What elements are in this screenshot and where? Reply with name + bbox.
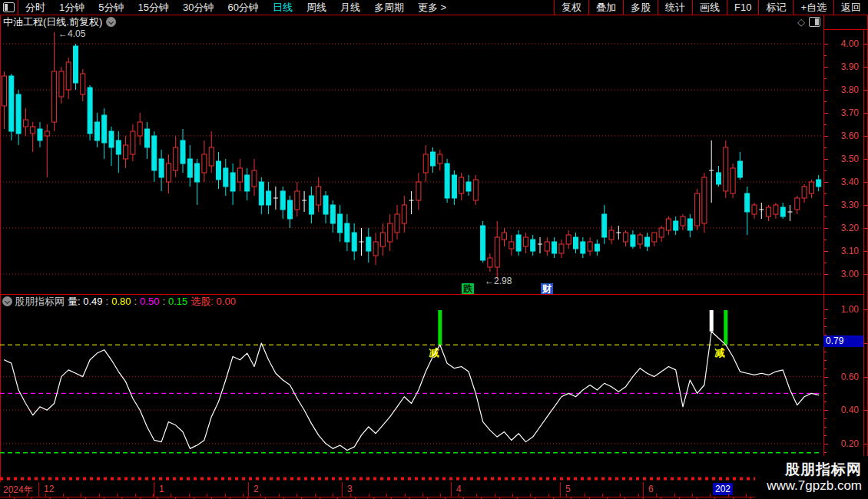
- chevron-down-circle-icon[interactable]: [106, 17, 116, 27]
- indicator-header-segment-6: :: [162, 296, 165, 307]
- axis-tick: [824, 326, 827, 327]
- panel-divider-line: [0, 294, 863, 295]
- axis-tick: [824, 318, 827, 319]
- minor-tick: [638, 494, 639, 497]
- menu-item-7[interactable]: 周线: [300, 0, 333, 15]
- axis-tick: [824, 67, 828, 68]
- month-tick: [154, 482, 154, 497]
- candle-chart-canvas[interactable]: [0, 29, 822, 294]
- axis-tick: [824, 385, 827, 386]
- indicator-chart-canvas[interactable]: 减减: [0, 308, 822, 481]
- axis-tick: [824, 216, 827, 217]
- minor-tick: [692, 494, 693, 497]
- year-label: 2024年: [3, 484, 33, 497]
- axis-tick: [864, 343, 867, 344]
- period-menu: 分时1分钟5分钟15分钟30分钟60分钟日线周线月线多周期更多 >: [18, 0, 453, 15]
- axis-tick: [824, 251, 828, 252]
- toolbar-item-6[interactable]: 标记: [758, 0, 793, 15]
- minor-tick: [585, 494, 585, 497]
- menu-item-1[interactable]: 1分钟: [52, 0, 91, 15]
- month-label: 4: [456, 484, 462, 494]
- minor-tick: [153, 494, 154, 497]
- axis-tick: [864, 113, 867, 114]
- menu-item-8[interactable]: 月线: [333, 0, 367, 15]
- minor-tick: [422, 494, 423, 497]
- menu-item-0[interactable]: 分时: [18, 0, 52, 15]
- indicator-header-segment-2: :: [106, 296, 109, 307]
- axis-tick: [864, 159, 867, 160]
- menu-item-4[interactable]: 30分钟: [176, 0, 220, 15]
- month-tick: [342, 482, 343, 497]
- axis-tick: [864, 90, 867, 91]
- toolbar-item-3[interactable]: 统计: [658, 0, 692, 15]
- layout-toggle-button[interactable]: [0, 0, 18, 15]
- indicator-axis-label: 0.40: [825, 405, 859, 415]
- axis-tick: [824, 182, 828, 183]
- axis-tick: [824, 274, 828, 275]
- price-axis-label: 4.00: [825, 38, 859, 49]
- axis-tick: [824, 205, 828, 206]
- month-label: 3: [347, 484, 353, 494]
- minor-tick: [27, 494, 28, 497]
- indicator-axis-label: 0.20: [825, 438, 859, 449]
- minor-tick: [746, 494, 747, 497]
- axis-tick: [824, 418, 827, 419]
- right-strip-line: [863, 29, 864, 482]
- axis-tick: [824, 90, 828, 91]
- minor-tick: [135, 494, 136, 497]
- price-axis-label: 3.90: [825, 61, 859, 72]
- menu-item-10[interactable]: 更多 >: [411, 0, 453, 15]
- axis-tick: [824, 228, 828, 229]
- axis-tick: [824, 55, 827, 56]
- split-panel-icon: [3, 2, 15, 12]
- toolbar-item-4[interactable]: 画线: [692, 0, 727, 15]
- chart-title-row: 中油工程(日线.前复权): [0, 15, 822, 28]
- toolbar-item-2[interactable]: 多股: [623, 0, 658, 15]
- minor-tick: [495, 494, 495, 497]
- toolbar-item-1[interactable]: 叠加: [588, 0, 623, 15]
- minor-tick: [350, 494, 351, 497]
- axis-tick: [864, 410, 867, 411]
- price-axis-label: 3.20: [825, 223, 859, 233]
- menu-item-3[interactable]: 15分钟: [131, 0, 175, 15]
- axis-tick: [824, 309, 828, 310]
- axis-tick: [824, 360, 827, 361]
- toolbar-item-8[interactable]: 返回: [833, 0, 868, 15]
- price-axis-label: 3.60: [825, 131, 859, 141]
- indicator-header-segment-1: 量: 0.49: [68, 295, 103, 309]
- price-axis-label: 3.50: [825, 154, 859, 164]
- menu-item-6[interactable]: 日线: [266, 0, 300, 15]
- axis-tick: [864, 182, 867, 183]
- top-menubar: 分时1分钟5分钟15分钟30分钟60分钟日线周线月线多周期更多 > 复权叠加多股…: [0, 0, 868, 15]
- menu-item-9[interactable]: 多周期: [367, 0, 411, 15]
- toolbar-item-0[interactable]: 复权: [554, 0, 588, 15]
- axis-tick: [824, 101, 827, 102]
- high-price-annotation: ←4.05: [58, 28, 85, 39]
- minor-tick: [512, 494, 513, 497]
- minor-tick: [81, 494, 81, 497]
- cai-marker-badge[interactable]: 财: [541, 283, 553, 294]
- axis-tick: [824, 193, 827, 194]
- toolbar-item-5[interactable]: F10: [727, 0, 758, 15]
- minor-tick: [45, 494, 46, 497]
- axis-tick: [824, 136, 828, 137]
- minor-tick: [279, 494, 280, 497]
- minor-tick: [656, 494, 657, 497]
- axis-tick: [864, 67, 867, 68]
- indicator-axis-label: 0.60: [825, 372, 859, 382]
- minor-tick: [405, 494, 406, 497]
- minor-tick: [63, 494, 64, 497]
- minor-tick: [548, 494, 549, 497]
- minor-tick: [9, 494, 10, 497]
- panel-toggle-icon[interactable]: [809, 17, 820, 27]
- indicator-header: 股朋指标网量: 0.49:0.80:0.50:0.15选股: 0.00: [0, 296, 822, 307]
- menu-item-2[interactable]: 5分钟: [91, 0, 131, 15]
- minor-tick: [333, 494, 333, 497]
- menu-item-5[interactable]: 60分钟: [220, 0, 265, 15]
- chevron-down-circle-icon[interactable]: [2, 296, 12, 306]
- minor-tick: [297, 494, 297, 497]
- toolbar-item-7[interactable]: +自选: [793, 0, 833, 15]
- month-tick: [643, 482, 644, 497]
- diamond-icon[interactable]: ◇: [797, 17, 805, 27]
- die-marker-badge[interactable]: 跌: [462, 283, 474, 294]
